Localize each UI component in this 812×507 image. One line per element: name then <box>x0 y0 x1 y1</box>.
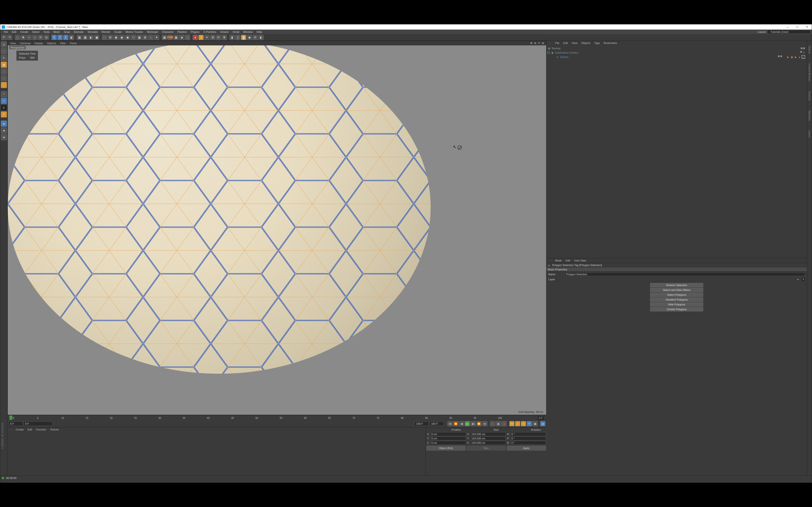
timeline-panel-button[interactable]: ▥ <box>540 421 546 427</box>
selection-tag-4-icon[interactable]: ▲ <box>798 55 801 59</box>
attr-menu-edit[interactable]: Edit <box>564 259 572 262</box>
mat-menu-texture[interactable]: Texture <box>48 428 61 431</box>
z-axis-button[interactable]: Z <box>63 35 68 40</box>
tool1-button[interactable]: ▦ <box>162 35 167 40</box>
plugin3-button[interactable]: ⚙ <box>210 35 215 40</box>
edge-mode-button[interactable]: ⬚ <box>1 75 7 81</box>
record-button[interactable]: ● <box>490 421 495 427</box>
hide-polygons-button[interactable]: Hide Polygons <box>650 302 703 306</box>
tab-layers[interactable]: Layers <box>808 130 811 137</box>
light-button[interactable]: ∴ <box>148 35 153 40</box>
menu-xparticles[interactable]: X-Particles <box>202 31 218 33</box>
select-polygons-button[interactable]: Select Polygons <box>650 293 703 297</box>
particle-button[interactable]: ✦ <box>154 35 159 40</box>
live-select-button[interactable]: ⬚ <box>15 35 20 40</box>
apply-button[interactable]: Apply <box>507 446 546 451</box>
plugin5-button[interactable]: ⚙ <box>221 35 227 40</box>
menu-mesh[interactable]: Mesh <box>51 31 62 33</box>
generator-button[interactable]: ◉ <box>113 35 119 40</box>
vp-menu-view[interactable]: View <box>8 42 18 45</box>
obj-menu-file[interactable]: File <box>553 42 561 44</box>
vis-render-toggle[interactable] <box>780 55 782 57</box>
menu-motiontracker[interactable]: Motion Tracker <box>123 31 145 33</box>
minimize-button[interactable]: — <box>783 24 793 30</box>
next-key-button[interactable]: ⏩ <box>476 421 481 427</box>
tab-objects[interactable]: Objects <box>808 46 811 54</box>
generator3-button[interactable]: ◉ <box>125 35 130 40</box>
texture-mode-button[interactable]: ✎ <box>1 55 7 61</box>
object-tree[interactable]: ▦ Backup − ◉ Subdivision Surface <box>546 45 807 60</box>
vp-menu-display[interactable]: Display <box>33 42 45 45</box>
restore-selection-button[interactable]: Restore Selection <box>650 283 703 287</box>
tab-structure[interactable]: Structure <box>808 91 811 101</box>
tool4-button[interactable]: ⬚ <box>185 35 190 40</box>
vp-pan-icon[interactable]: ✥ <box>530 42 534 45</box>
mat-menu-create[interactable]: Create <box>14 428 26 431</box>
obj-menu-bookmarks[interactable]: Bookmarks <box>602 42 619 44</box>
tool3-button[interactable]: ◈ <box>179 35 185 40</box>
key-param-button[interactable]: P <box>526 421 532 427</box>
layout-dropdown[interactable]: Tutorials (User) <box>767 30 811 34</box>
menu-simulate[interactable]: Simulate <box>86 31 100 33</box>
size-y-input[interactable] <box>470 437 506 440</box>
layout1-button[interactable]: ▮ <box>230 35 235 40</box>
menu-octane[interactable]: Octane <box>218 31 231 33</box>
menu-character[interactable]: Character <box>160 31 175 33</box>
timeline-ruler[interactable]: 0 5 10 15 20 25 30 35 40 45 50 55 60 65 … <box>7 415 546 420</box>
goto-start-button[interactable]: ⏮ <box>447 421 453 427</box>
pen-button[interactable]: ✏ <box>1 98 7 104</box>
undo-button[interactable]: ↶ <box>1 35 6 40</box>
menu-script[interactable]: Script <box>231 31 241 33</box>
menu-pipeline[interactable]: Pipeline <box>175 31 189 33</box>
obj-menu-tags[interactable]: Tags <box>592 42 602 44</box>
preview-end-input[interactable] <box>414 421 429 426</box>
rot-b-input[interactable] <box>510 441 546 445</box>
layout6-button[interactable]: ◐ <box>258 35 264 40</box>
model-mode-button[interactable]: ⬚ <box>1 48 7 54</box>
play-button[interactable]: ▶ <box>465 421 470 427</box>
plugin1-button[interactable]: ● <box>193 35 198 40</box>
layout2-button[interactable]: ▯ <box>235 35 241 40</box>
render-pv-button[interactable]: ▦ <box>83 35 88 40</box>
total-frames-input[interactable] <box>429 421 444 426</box>
vp-zoom-icon[interactable]: ⊕ <box>534 42 538 45</box>
camera-button[interactable]: ⊞ <box>142 35 148 40</box>
vp-menu-filter[interactable]: Filter <box>58 42 68 45</box>
move-button[interactable]: ✥ <box>20 35 26 40</box>
pos-y-input[interactable] <box>430 437 466 440</box>
menu-sculpt[interactable]: Sculpt <box>112 31 124 33</box>
psr-button[interactable]: PSR <box>167 35 173 40</box>
collapse-icon[interactable]: − <box>547 51 550 54</box>
pos-x-input[interactable] <box>430 432 466 436</box>
obj-menu-objects[interactable]: Objects <box>579 42 592 44</box>
sculpt-button[interactable]: ✎ <box>1 111 7 118</box>
render-settings-button[interactable]: ▣ <box>94 35 99 40</box>
end-frame-box[interactable]: 0 F <box>538 416 544 420</box>
menu-animate[interactable]: Animate <box>72 31 86 33</box>
x-axis-button[interactable]: X <box>51 35 57 40</box>
vis-editor-toggle[interactable] <box>801 47 803 49</box>
menu-tools[interactable]: Tools <box>41 31 51 33</box>
start-frame-input[interactable] <box>8 421 23 426</box>
plugin4-button[interactable]: ⟳ <box>216 35 221 40</box>
deselect-polygons-button[interactable]: Deselect Polygons <box>650 297 703 302</box>
enable-toggle[interactable]: ✕ <box>803 51 805 54</box>
obj-menu-view[interactable]: View <box>570 42 579 44</box>
rotate-button[interactable]: □ <box>32 35 38 40</box>
generator2-button[interactable]: ◉ <box>119 35 124 40</box>
mat-menu-function[interactable]: Function <box>34 428 48 431</box>
tab-attributes[interactable]: Attributes <box>808 111 811 121</box>
layer-nav-icon[interactable]: ▸ <box>796 278 800 281</box>
axis-button[interactable]: └ <box>1 91 7 97</box>
menu-snap[interactable]: Snap <box>62 31 72 33</box>
attr-menu-mode[interactable]: Mode <box>553 259 564 262</box>
make-editable-button[interactable]: ◰ <box>1 41 7 48</box>
attr-section-basic[interactable]: Basic Properties <box>546 268 807 272</box>
recent-button[interactable]: ⟳ <box>38 35 43 40</box>
redo-button[interactable]: ↷ <box>7 35 12 40</box>
vp-menu-panel[interactable]: Panel <box>68 42 79 45</box>
current-frame-input[interactable] <box>23 421 52 426</box>
tree-item-sphere[interactable]: ● Sphere ◆ ▦ ◆ ▲ △ <box>547 55 806 59</box>
layout4-button[interactable]: ◉ <box>247 35 252 40</box>
pos-z-input[interactable] <box>430 441 466 445</box>
